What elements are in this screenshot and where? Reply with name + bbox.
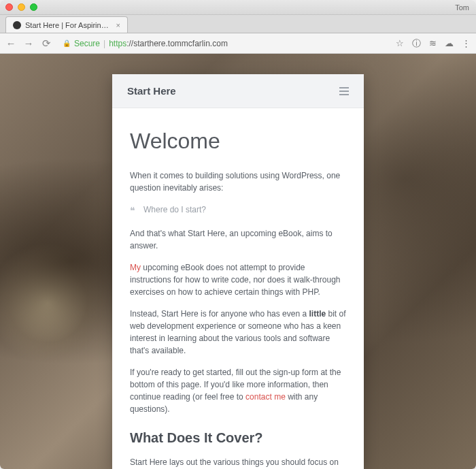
window-minimize-button[interactable]	[18, 3, 25, 11]
traffic-lights	[5, 3, 37, 11]
menu-kebab-icon[interactable]: ⋮	[462, 38, 471, 48]
paragraph-6: Start Here lays out the various things y…	[130, 456, 346, 469]
stack-icon[interactable]: ≋	[429, 38, 437, 48]
profile-name[interactable]: Tom	[455, 3, 469, 12]
quote-icon: ❝	[130, 204, 135, 218]
forward-button[interactable]: →	[23, 37, 34, 49]
browser-window: Tom Start Here | For Aspiring Word… × ← …	[0, 0, 476, 469]
paragraph-5: If you're ready to get started, fill out…	[130, 366, 346, 415]
card-header: Start Here	[112, 74, 364, 108]
paragraph-2: And that's what Start Here, an upcoming …	[130, 227, 346, 252]
window-maximize-button[interactable]	[30, 3, 37, 11]
address-bar[interactable]: 🔒 Secure | https://starthere.tommcfarlin…	[58, 39, 389, 48]
page-viewport: Start Here Welcome When it comes to buil…	[0, 54, 476, 469]
tab-title: Start Here | For Aspiring Word…	[25, 21, 109, 29]
url-separator: |	[103, 39, 105, 48]
page-heading: Welcome	[130, 125, 346, 157]
tab-close-icon[interactable]: ×	[116, 21, 120, 29]
paragraph-4: Instead, Start Here is for anyone who ha…	[130, 308, 346, 357]
site-title: Start Here	[127, 85, 176, 97]
url-text: https://starthere.tommcfarlin.com	[109, 39, 228, 48]
tab-bar: Start Here | For Aspiring Word… ×	[0, 15, 476, 33]
quote-text: Where do I start?	[143, 204, 206, 216]
lock-icon: 🔒	[63, 39, 71, 47]
back-button[interactable]: ←	[5, 37, 16, 49]
hamburger-menu-icon[interactable]	[339, 87, 349, 95]
blockquote: ❝ Where do I start?	[130, 204, 346, 218]
browser-tab[interactable]: Start Here | For Aspiring Word… ×	[5, 16, 128, 33]
my-link[interactable]: My	[130, 263, 141, 272]
secure-label: Secure	[74, 39, 100, 48]
content-card: Start Here Welcome When it comes to buil…	[112, 74, 364, 469]
browser-toolbar: ← → ⟳ 🔒 Secure | https://starthere.tommc…	[0, 33, 476, 54]
toolbar-actions: ☆ ⓘ ≋ ☁ ⋮	[396, 37, 471, 50]
card-body: Welcome When it comes to building soluti…	[112, 108, 364, 469]
url-scheme: https	[109, 39, 126, 48]
url-host: ://starthere.tommcfarlin.com	[126, 39, 228, 48]
contact-link[interactable]: contact me	[245, 392, 286, 402]
p4-a: Instead, Start Here is for anyone who ha…	[130, 309, 309, 319]
section-heading: What Does It Cover?	[130, 427, 346, 448]
info-icon[interactable]: ⓘ	[412, 37, 421, 50]
paragraph-3-rest: upcoming eBook does not attempt to provi…	[130, 263, 340, 297]
window-close-button[interactable]	[5, 3, 13, 11]
star-icon[interactable]: ☆	[396, 38, 404, 48]
favicon-icon	[13, 21, 21, 29]
p4-bold: little	[309, 309, 326, 319]
window-titlebar: Tom	[0, 0, 476, 15]
reload-button[interactable]: ⟳	[41, 37, 52, 50]
intro-paragraph: When it comes to building solutions usin…	[130, 169, 346, 194]
cloud-icon[interactable]: ☁	[445, 38, 454, 48]
paragraph-3: My upcoming eBook does not attempt to pr…	[130, 261, 346, 298]
